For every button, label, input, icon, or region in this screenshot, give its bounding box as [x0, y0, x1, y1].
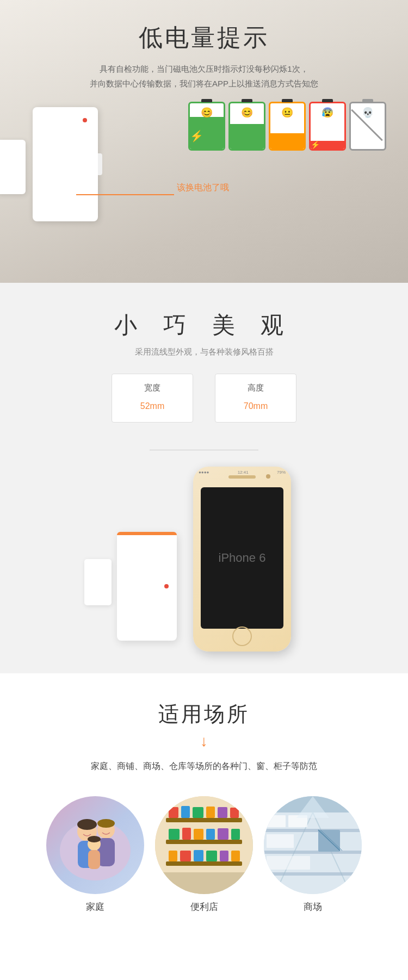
- usecase-title: 适用场所: [0, 700, 408, 728]
- batt-fill-orange: [270, 133, 304, 149]
- batt-fill-red: ⚡: [311, 141, 344, 149]
- dimensions: 宽度 52mm 高度 70mm: [0, 374, 408, 423]
- batt-warn: 😐: [269, 102, 306, 151]
- battery-subtitle: 具有自检功能，当门磁电池欠压时指示灯没每秒闪烁1次， 并向数据中心传输数据，我们…: [0, 61, 408, 91]
- comparison-section: ●●●● 12:41 79% iPhone 6: [0, 439, 408, 673]
- sensor-led: [83, 118, 87, 122]
- svg-point-9: [88, 836, 101, 842]
- svg-rect-25: [231, 829, 240, 840]
- battery-title: 低电量提示: [0, 0, 408, 54]
- door-sensor-small: [0, 140, 26, 194]
- door-sensor: [33, 107, 98, 221]
- batt-fill-green: ⚡: [190, 117, 224, 149]
- batt-dead: 💀: [349, 102, 386, 151]
- width-value: 52mm: [140, 393, 164, 413]
- compact-subtitle: 采用流线型外观，与各种装修风格百搭: [0, 347, 408, 357]
- svg-rect-46: [267, 856, 310, 870]
- sensor-main-compare: [117, 532, 177, 641]
- svg-rect-28: [194, 850, 203, 861]
- iphone-mockup: ●●●● 12:41 79% iPhone 6: [193, 467, 291, 652]
- height-label: 高度: [248, 383, 264, 393]
- svg-rect-14: [169, 807, 178, 818]
- sensor-small-compare: [84, 559, 112, 605]
- iphone-screen: iPhone 6: [201, 487, 283, 629]
- mall-circle: [264, 796, 362, 894]
- compact-section: 小 巧 美 观 采用流线型外观，与各种装修风格百搭 宽度 52mm 高度 70m…: [0, 283, 408, 439]
- svg-rect-6: [88, 850, 100, 869]
- svg-rect-32: [155, 872, 253, 894]
- svg-rect-12: [166, 840, 242, 844]
- width-box: 宽度 52mm: [112, 374, 193, 423]
- iphone-speaker: [228, 475, 256, 479]
- svg-rect-22: [194, 829, 203, 840]
- usecase-store: 便利店: [155, 796, 253, 913]
- svg-rect-31: [231, 851, 240, 861]
- svg-rect-24: [218, 828, 228, 840]
- svg-rect-45: [267, 834, 294, 848]
- svg-rect-30: [220, 851, 228, 861]
- iphone-label: iPhone 6: [219, 551, 266, 565]
- svg-rect-18: [218, 807, 227, 818]
- svg-rect-37: [264, 829, 362, 832]
- usecase-mall: 商场: [264, 796, 362, 913]
- mall-svg: [264, 796, 362, 894]
- iphone-home-button: [232, 627, 252, 646]
- batt-happy: 😊 ⚡: [188, 102, 225, 151]
- usecase-description: 家庭、商铺、商场、仓库等场所的各种门、窗、柜子等防范: [16, 759, 392, 774]
- comparison-wrapper: ●●●● 12:41 79% iPhone 6: [0, 467, 408, 652]
- height-value: 70mm: [244, 393, 268, 413]
- svg-point-7: [77, 819, 97, 830]
- batt-ok: 😊: [228, 102, 265, 151]
- divider: [150, 450, 258, 450]
- usecase-section: 适用场所 ↓ 家庭、商铺、商场、仓库等场所的各种门、窗、柜子等防范: [0, 673, 408, 935]
- svg-rect-17: [206, 807, 215, 818]
- usecase-family: 家庭: [46, 796, 144, 913]
- family-svg: [57, 807, 133, 883]
- family-circle: [46, 796, 144, 894]
- svg-rect-27: [180, 851, 191, 861]
- svg-rect-38: [264, 851, 362, 854]
- svg-rect-19: [230, 808, 239, 818]
- door-sensor-main: [33, 107, 98, 221]
- svg-point-8: [97, 819, 115, 828]
- batt-fill-green2: [230, 124, 264, 149]
- svg-rect-43: [267, 815, 286, 827]
- sensor-comparison: [117, 532, 177, 641]
- compact-title: 小 巧 美 观: [0, 310, 408, 340]
- battery-chars: 😊 ⚡ 😊 😐 😰 ⚡: [188, 102, 386, 151]
- svg-rect-16: [193, 807, 203, 818]
- store-label: 便利店: [190, 901, 218, 913]
- width-label: 宽度: [144, 383, 160, 393]
- battery-illustration: 该换电池了哦 😊 ⚡ 😊 😐 😰: [0, 96, 408, 254]
- orange-line: [76, 194, 174, 195]
- svg-rect-11: [166, 818, 242, 822]
- sensor-orange-top: [117, 532, 177, 535]
- svg-rect-29: [206, 851, 217, 861]
- arrow-down-icon: ↓: [0, 733, 408, 750]
- sensor-dot: [164, 584, 169, 588]
- svg-rect-21: [182, 828, 191, 840]
- orange-line-container: 该换电池了哦: [76, 194, 174, 195]
- svg-rect-23: [206, 829, 215, 840]
- family-label: 家庭: [86, 901, 104, 913]
- mall-label: 商场: [304, 901, 322, 913]
- svg-rect-20: [169, 829, 180, 840]
- usecase-images: 家庭: [0, 796, 408, 913]
- store-svg: [155, 796, 253, 894]
- batt-low: 😰 ⚡: [309, 102, 346, 151]
- svg-rect-26: [169, 851, 177, 861]
- height-box: 高度 70mm: [215, 374, 296, 423]
- iphone-status-bar: ●●●● 12:41 79%: [199, 469, 286, 475]
- battery-section: 低电量提示 具有自检功能，当门磁电池欠压时指示灯没每秒闪烁1次， 并向数据中心传…: [0, 0, 408, 283]
- battery-change-label: 该换电池了哦: [177, 182, 229, 194]
- store-circle: [155, 796, 253, 894]
- svg-rect-13: [166, 861, 242, 866]
- svg-rect-15: [181, 806, 190, 818]
- svg-rect-39: [264, 872, 362, 876]
